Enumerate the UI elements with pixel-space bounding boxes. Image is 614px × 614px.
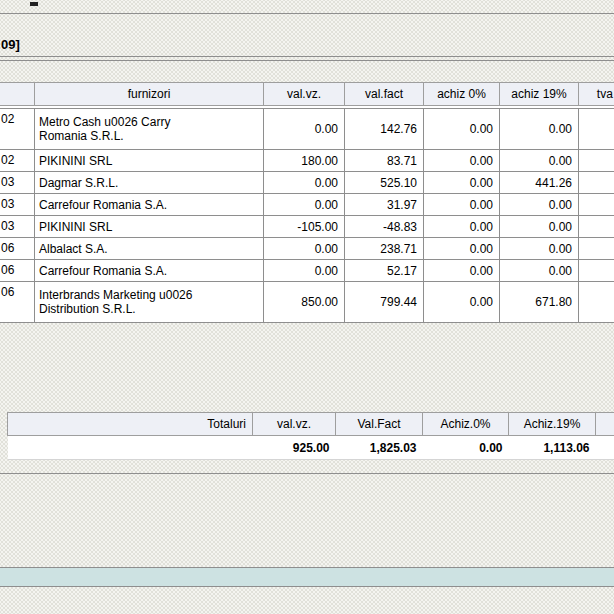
- cell-val-vz: -105.00: [264, 216, 345, 238]
- cell-furnizor: Carrefour Romania S.A.: [35, 260, 264, 282]
- cell-val-fact: 238.71: [345, 238, 424, 260]
- cell-val-fact: 31.97: [345, 194, 424, 216]
- cell-tva-19: [579, 172, 614, 194]
- totals-header-achiz-0: Achiz.0%: [423, 413, 509, 436]
- cell-tva-19: [579, 194, 614, 216]
- cell-date: 06: [0, 260, 35, 282]
- cell-achiz-0: 0.00: [424, 172, 500, 194]
- cell-val-vz: 0.00: [264, 194, 345, 216]
- column-header-val-vz: val.vz.: [264, 83, 345, 106]
- cell-achiz-0: 0.00: [424, 109, 500, 150]
- cell-achiz-19: 0.00: [500, 260, 579, 282]
- cell-furnizor: PIKININI SRL: [35, 216, 264, 238]
- suppliers-table-header: furnizori val.vz. val.fact achiz 0% achi…: [0, 82, 614, 106]
- cell-achiz-19: 0.00: [500, 194, 579, 216]
- cell-achiz-19: 671.80: [500, 282, 579, 323]
- totals-value-extra: [596, 436, 614, 460]
- cell-val-fact: -48.83: [345, 216, 424, 238]
- column-header-val-fact: val.fact: [345, 83, 424, 106]
- cell-date: 06: [0, 238, 35, 260]
- window-edge-mark: [30, 2, 38, 6]
- totals-value-achiz-19: 1,113.06: [509, 436, 596, 460]
- totals-value-val-fact: 1,825.03: [336, 436, 423, 460]
- separator-line-top: [0, 13, 614, 14]
- table-row[interactable]: 06 Interbrands Marketing u0026 Distribut…: [0, 282, 614, 323]
- totals-label: Totaluri: [8, 413, 253, 436]
- cell-val-vz: 180.00: [264, 150, 345, 172]
- cell-val-fact: 52.17: [345, 260, 424, 282]
- cell-achiz-0: 0.00: [424, 194, 500, 216]
- cell-achiz-0: 0.00: [424, 260, 500, 282]
- cell-furnizor: Dagmar S.R.L.: [35, 172, 264, 194]
- cell-val-vz: 850.00: [264, 282, 345, 323]
- totals-header-val-vz: val.vz.: [253, 413, 336, 436]
- totals-table: Totaluri val.vz. Val.Fact Achiz.0% Achiz…: [7, 412, 614, 460]
- totals-header-extra: [596, 413, 614, 436]
- cell-achiz-0: 0.00: [424, 150, 500, 172]
- table-row[interactable]: 02 PIKININI SRL 180.00 83.71 0.00 0.00: [0, 150, 614, 172]
- cell-date: 02: [0, 150, 35, 172]
- table-row[interactable]: 03 Carrefour Romania S.A. 0.00 31.97 0.0…: [0, 194, 614, 216]
- totals-inner: Totaluri val.vz. Val.Fact Achiz.0% Achiz…: [7, 412, 614, 460]
- cell-val-vz: 0.00: [264, 109, 345, 150]
- cell-val-fact: 525.10: [345, 172, 424, 194]
- cell-val-fact: 799.44: [345, 282, 424, 323]
- cell-furnizor: Interbrands Marketing u0026 Distribution…: [35, 282, 264, 323]
- table-row[interactable]: 02 Metro Cash u0026 Carry Romania S.R.L.…: [0, 109, 614, 150]
- groupbox-edge-line: [0, 56, 614, 57]
- totals-empty-cell: [8, 436, 253, 460]
- totals-header-val-fact: Val.Fact: [336, 413, 423, 436]
- cell-tva-19: [579, 109, 614, 150]
- cell-tva-19: [579, 260, 614, 282]
- cell-achiz-19: 0.00: [500, 150, 579, 172]
- cell-val-vz: 0.00: [264, 260, 345, 282]
- column-header-furnizori: furnizori: [35, 83, 264, 106]
- column-header-achiz-19: achiz 19%: [500, 83, 579, 106]
- cell-tva-19: [579, 216, 614, 238]
- column-header-tva-19: tva 19%: [579, 83, 614, 106]
- cell-furnizor: Metro Cash u0026 Carry Romania S.R.L.: [35, 109, 264, 150]
- cell-date: 02: [0, 109, 35, 150]
- status-highlight-bar: [0, 567, 614, 587]
- cell-tva-19: [579, 150, 614, 172]
- table-row[interactable]: 03 Dagmar S.R.L. 0.00 525.10 0.00 441.26: [0, 172, 614, 194]
- cell-val-vz: 0.00: [264, 172, 345, 194]
- cell-furnizor: PIKININI SRL: [35, 150, 264, 172]
- suppliers-grid: 02 Metro Cash u0026 Carry Romania S.R.L.…: [0, 108, 614, 323]
- cell-achiz-0: 0.00: [424, 238, 500, 260]
- cell-achiz-19: 0.00: [500, 109, 579, 150]
- table-row[interactable]: 03 PIKININI SRL -105.00 -48.83 0.00 0.00: [0, 216, 614, 238]
- totals-values-row: 925.00 1,825.03 0.00 1,113.06: [8, 436, 614, 460]
- table-row[interactable]: 06 Albalact S.A. 0.00 238.71 0.00 0.00: [0, 238, 614, 260]
- cell-val-vz: 0.00: [264, 238, 345, 260]
- cell-date: 03: [0, 194, 35, 216]
- cell-achiz-19: 441.26: [500, 172, 579, 194]
- cell-achiz-19: 0.00: [500, 238, 579, 260]
- totals-value-val-vz: 925.00: [253, 436, 336, 460]
- cell-tva-19: [579, 238, 614, 260]
- cell-tva-19: 127.64: [579, 282, 614, 323]
- cell-furnizor: Carrefour Romania S.A.: [35, 194, 264, 216]
- column-header-achiz-0: achiz 0%: [424, 83, 500, 106]
- cell-val-fact: 83.71: [345, 150, 424, 172]
- page-title: 09]: [1, 37, 20, 52]
- cell-achiz-0: 0.00: [424, 282, 500, 323]
- cell-val-fact: 142.76: [345, 109, 424, 150]
- suppliers-table: furnizori val.vz. val.fact achiz 0% achi…: [0, 82, 614, 323]
- column-header-date: [0, 83, 35, 106]
- cell-achiz-0: 0.00: [424, 216, 500, 238]
- totals-value-achiz-0: 0.00: [423, 436, 509, 460]
- totals-header-achiz-19: Achiz.19%: [509, 413, 596, 436]
- table-row[interactable]: 06 Carrefour Romania S.A. 0.00 52.17 0.0…: [0, 260, 614, 282]
- cell-date: 06: [0, 282, 35, 323]
- totals-header-row: Totaluri val.vz. Val.Fact Achiz.0% Achiz…: [8, 413, 614, 436]
- cell-achiz-19: 0.00: [500, 216, 579, 238]
- cell-furnizor: Albalact S.A.: [35, 238, 264, 260]
- cell-date: 03: [0, 172, 35, 194]
- separator-line-middle: [0, 473, 614, 474]
- cell-date: 03: [0, 216, 35, 238]
- groupbox-edge-line: [0, 60, 614, 61]
